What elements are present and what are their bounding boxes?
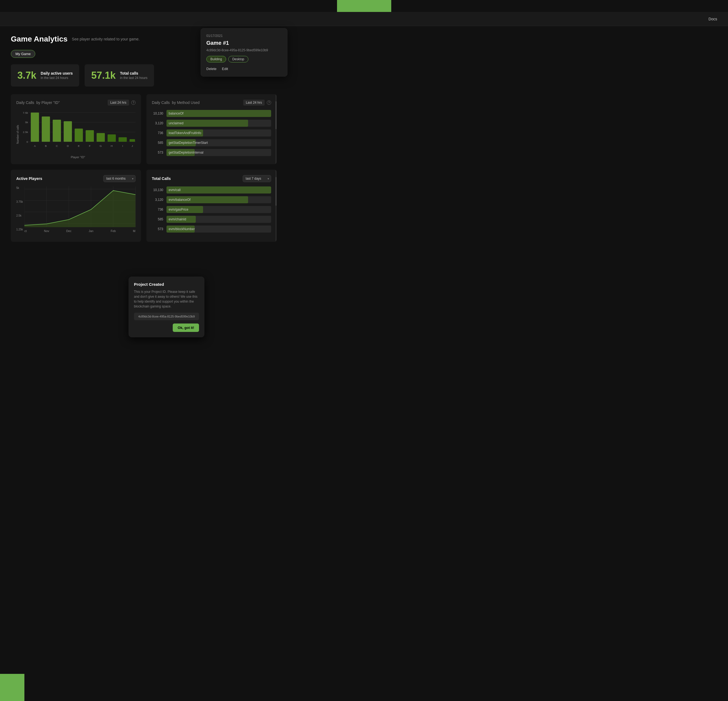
method-count: 573 [152, 151, 163, 154]
stat-card-dau: 3.7k Daily active users in the last 24 h… [11, 64, 79, 87]
total-calls-count: 3,120 [152, 198, 163, 202]
svg-text:B: B [45, 144, 47, 147]
total-calls-title: Total Calls [152, 177, 171, 181]
method-bar-label: getStatDepletionInterval [169, 151, 203, 154]
svg-rect-10 [53, 120, 61, 142]
modal-text: This is your Project ID. Please keep it … [134, 289, 199, 309]
stat-number-dau: 3.7k [17, 70, 36, 81]
daily-calls-player-header: Daily Calls by Player "ID" Last 24 hrs ? [16, 100, 136, 106]
total-calls-bar: evm/gasPrice [166, 206, 271, 213]
total-calls-count: 573 [152, 227, 163, 231]
method-row: 10,130 balanceOf [152, 110, 271, 117]
method-bar: unclaimed [166, 120, 271, 127]
popup-id: 4c89dc3d-8cee-495a-8125-9bed599e10b9 [207, 48, 282, 52]
charts-grid-bottom: Active Players last 6 months last 3 mont… [11, 169, 277, 242]
svg-rect-14 [97, 133, 105, 142]
total-calls-row: 10,130 evm/call [152, 187, 271, 194]
total-calls-bar: evm/balanceOf [166, 196, 271, 203]
svg-rect-9 [42, 116, 50, 142]
method-list: 10,130 balanceOf 3,120 unclaimed 736 loa… [152, 110, 271, 156]
page-subtitle: See player activity related to your game… [72, 37, 140, 41]
daily-calls-player-subtitle: by Player "ID" [36, 100, 60, 105]
modal-id: 4c89dc3d-8cee-495a-8125-9bed599e10b9 [134, 313, 199, 320]
svg-rect-13 [86, 130, 94, 142]
popup-actions: Delete Edit [207, 67, 282, 71]
method-row: 573 getStatDepletionInterval [152, 149, 271, 156]
svg-text:Jan: Jan [89, 230, 94, 233]
total-calls-bar: evm/chainId [166, 216, 271, 223]
stat-label-total: Total calls [120, 71, 147, 75]
total-calls-bar: evm/call [166, 187, 271, 194]
total-calls-count: 736 [152, 208, 163, 211]
svg-text:I: I [122, 144, 123, 147]
popup-game-title: Game #1 [207, 40, 282, 46]
total-calls-bar-label: evm/balanceOf [169, 198, 191, 202]
total-calls-count: 585 [152, 217, 163, 221]
daily-calls-method-subtitle: by Method Used [172, 100, 199, 105]
svg-text:E: E [78, 144, 80, 147]
charts-grid-top: Daily Calls by Player "ID" Last 24 hrs ?… [11, 94, 277, 164]
method-row: 585 getStatDepletionTimerStart [152, 139, 271, 146]
svg-text:Feb: Feb [111, 230, 116, 233]
popup-edit-button[interactable]: Edit [222, 67, 228, 71]
total-calls-chart: Total Calls last 7 days last 30 days las… [146, 169, 277, 242]
svg-text:Nov: Nov [44, 230, 50, 233]
active-players-dropdown-wrapper[interactable]: last 6 months last 3 months last 12 mont… [103, 175, 136, 182]
total-calls-bar-label: evm/call [169, 188, 181, 192]
total-calls-dropdown[interactable]: last 7 days last 30 days last 90 days [243, 175, 271, 182]
total-calls-row: 736 evm/gasPrice [152, 206, 271, 213]
svg-text:Mar: Mar [133, 230, 136, 233]
method-row: 736 loadTokenAndFruitInfo [152, 129, 271, 136]
svg-rect-8 [30, 113, 39, 142]
total-calls-count: 10,130 [152, 188, 163, 192]
bar-chart-y-label: Number of calls [16, 110, 19, 159]
daily-calls-method-help-icon[interactable]: ? [267, 100, 271, 105]
popup-delete-button[interactable]: Delete [207, 67, 217, 71]
method-bar-label: balanceOf [169, 112, 183, 115]
svg-text:7.5k: 7.5k [23, 111, 28, 114]
method-row: 3,120 unclaimed [152, 120, 271, 127]
method-bar-label: loadTokenAndFruitInfo [169, 131, 201, 135]
total-calls-scrollbar-track [276, 169, 277, 242]
total-calls-row: 3,120 evm/balanceOf [152, 196, 271, 203]
total-calls-header: Total Calls last 7 days last 30 days las… [152, 175, 271, 182]
stat-number-total: 57.1k [91, 70, 116, 81]
popup-tag-desktop[interactable]: Desktop [228, 56, 248, 62]
svg-rect-15 [108, 134, 116, 142]
method-bar: getStatDepletionInterval [166, 149, 271, 156]
active-players-chart: Active Players last 6 months last 3 mont… [11, 169, 141, 242]
line-chart-svg: Oct Nov Dec Jan Feb Mar [25, 187, 136, 235]
daily-calls-method-header: Daily Calls by Method Used Last 24 hrs ? [152, 100, 271, 106]
active-players-title: Active Players [16, 177, 42, 181]
modal-ok-button[interactable]: Ok, got it! [173, 323, 199, 332]
daily-calls-player-chart: Daily Calls by Player "ID" Last 24 hrs ?… [11, 94, 141, 164]
svg-text:D: D [67, 144, 69, 147]
svg-text:5k: 5k [25, 121, 28, 124]
popup-tag-building[interactable]: Building [207, 56, 226, 62]
daily-calls-help-icon[interactable]: ? [131, 100, 136, 105]
scrollbar-thumb [276, 101, 277, 129]
method-bar-label: getStatDepletionTimerStart [169, 141, 208, 145]
bar-chart-x-title: Player "ID" [20, 155, 136, 159]
stat-card-total-calls: 57.1k Total calls in the last 24 hours [85, 64, 154, 87]
total-calls-bar: evm/blockNumber [166, 226, 271, 233]
total-calls-row: 585 evm/chainId [152, 216, 271, 223]
my-game-filter[interactable]: My Game [11, 50, 35, 58]
svg-marker-38 [25, 191, 136, 227]
docs-link[interactable]: Docs [708, 17, 717, 21]
total-calls-dropdown-wrapper[interactable]: last 7 days last 30 days last 90 days [243, 175, 271, 182]
project-created-modal: Project Created This is your Project ID.… [129, 277, 204, 337]
daily-calls-badge: Last 24 hrs [108, 100, 129, 106]
modal-title: Project Created [134, 282, 199, 287]
top-green-block [337, 0, 391, 12]
svg-text:2.5k: 2.5k [23, 131, 28, 134]
svg-text:Dec: Dec [66, 230, 72, 233]
total-calls-bar-fill [166, 187, 271, 194]
total-calls-list: 10,130 evm/call 3,120 evm/balanceOf 736 … [152, 187, 271, 233]
method-bar-label: unclaimed [169, 121, 183, 125]
daily-calls-player-title: Daily Calls by Player "ID" [16, 100, 60, 105]
active-players-dropdown[interactable]: last 6 months last 3 months last 12 mont… [103, 175, 136, 182]
svg-text:A: A [34, 144, 36, 147]
svg-text:H: H [111, 144, 113, 147]
line-chart-y-axis: 5k 3.75k 2.5k 1.25k [16, 187, 23, 236]
